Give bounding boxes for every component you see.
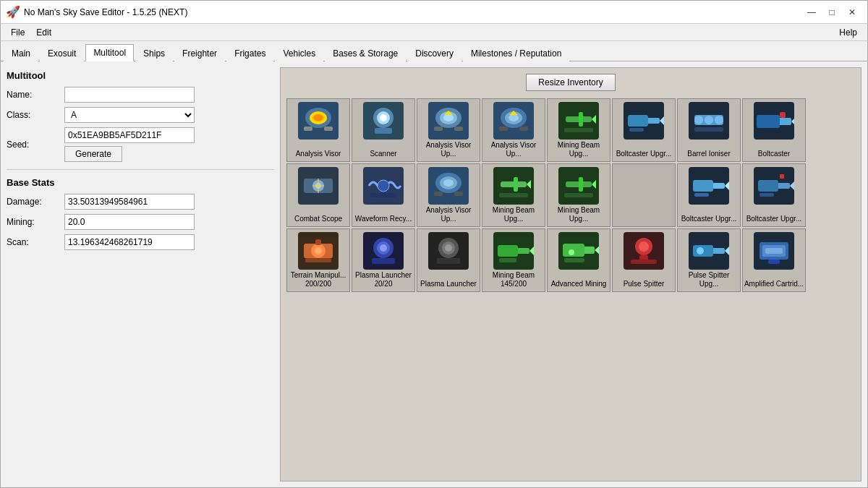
cell-analysis-visor-1[interactable]: Analysis Visor <box>286 98 350 162</box>
svg-point-9 <box>380 114 387 121</box>
svg-rect-32 <box>629 128 644 132</box>
cell-mining-beam-upg-1[interactable]: Mining Beam Upg... <box>547 98 610 162</box>
svg-rect-25 <box>579 112 583 127</box>
tab-discovery[interactable]: Discovery <box>407 45 461 61</box>
class-select[interactable]: A B C S <box>64 107 195 123</box>
section-multitool-title: Multitool <box>7 70 274 81</box>
tab-milestones[interactable]: Milestones / Reputation <box>463 45 569 61</box>
cell-label-analysis-visor-up-1: Analysis Visor Up... <box>418 141 479 158</box>
svg-point-109 <box>639 241 649 252</box>
cell-label-waveform-recycler: Waveform Recy... <box>355 215 412 223</box>
cell-mining-beam[interactable]: Mining Beam145/200 <box>482 228 545 292</box>
cell-combat-scope[interactable]: Combat Scope <box>286 163 350 227</box>
damage-input[interactable] <box>64 194 195 210</box>
tab-vehicles[interactable]: Vehicles <box>275 45 323 61</box>
cell-boltcaster-upg-1[interactable]: Boltcaster Upgr... <box>612 98 676 162</box>
tab-main[interactable]: Main <box>4 45 38 61</box>
cell-empty-1[interactable] <box>612 163 676 227</box>
svg-point-20 <box>509 114 519 121</box>
cell-label-barrel-ioniser: Barrel Ioniser <box>687 150 730 158</box>
svg-rect-10 <box>375 128 392 134</box>
cell-analysis-visor-up-3[interactable]: Analysis Visor Up... <box>417 163 480 227</box>
cell-label-mining-beam-upg-3: Mining Beam Upg... <box>548 206 609 223</box>
svg-point-14 <box>443 114 454 121</box>
tab-freighter[interactable]: Freighter <box>174 45 225 61</box>
left-panel: Multitool Name: Class: A B C S Seed: Gen… <box>7 67 274 481</box>
svg-rect-16 <box>454 127 463 131</box>
svg-rect-41 <box>757 115 780 128</box>
svg-rect-68 <box>564 193 593 197</box>
window-controls: — □ ✕ <box>802 4 861 20</box>
mining-label: Mining: <box>7 217 64 227</box>
cell-terrain-manipulator[interactable]: Terrain Manipul...200/200 <box>286 228 350 292</box>
resize-inventory-button[interactable]: Resize Inventory <box>526 74 615 91</box>
tab-exosuit[interactable]: Exosuit <box>40 45 84 61</box>
svg-point-89 <box>380 244 387 252</box>
cell-plasma-launcher-2[interactable]: Plasma Launcher <box>417 228 480 292</box>
name-row: Name: <box>7 87 274 103</box>
cell-barrel-ioniser[interactable]: Barrel Ioniser <box>677 98 741 162</box>
cell-plasma-launcher-1[interactable]: Plasma Launcher20/20 <box>352 228 415 292</box>
svg-point-35 <box>694 116 703 124</box>
damage-row: Damage: <box>7 194 274 210</box>
cell-waveform-recycler[interactable]: Waveform Recy... <box>352 163 415 227</box>
tab-bases-storage[interactable]: Bases & Storage <box>325 45 406 61</box>
cell-amplified-cartridge[interactable]: Amplified Cartrid... <box>742 228 806 292</box>
cell-label-boltcaster: Boltcaster <box>758 150 790 158</box>
tab-ships[interactable]: Ships <box>135 45 173 61</box>
seed-label: Seed: <box>7 140 64 150</box>
cell-boltcaster[interactable]: Boltcaster <box>742 98 806 162</box>
svg-point-37 <box>715 116 723 124</box>
svg-rect-27 <box>564 128 593 132</box>
cell-scanner[interactable]: Scanner <box>352 98 415 162</box>
seed-group: Generate <box>64 127 195 162</box>
scan-label: Scan: <box>7 237 64 247</box>
class-row: Class: A B C S <box>7 107 274 123</box>
cell-label-amplified-cartridge: Amplified Cartrid... <box>744 280 804 288</box>
mining-input[interactable] <box>64 214 195 230</box>
cell-label-pulse-spitter: Pulse Spitter <box>624 280 665 288</box>
svg-rect-5 <box>324 127 333 131</box>
cell-boltcaster-upg-3[interactable]: Boltcaster Upgr... <box>742 163 806 227</box>
svg-rect-71 <box>693 180 713 192</box>
svg-rect-84 <box>305 258 331 262</box>
cell-pulse-spitter-upg[interactable]: Pulse Spitter Upg... <box>677 228 741 292</box>
cell-pulse-spitter[interactable]: Pulse Spitter <box>612 228 676 292</box>
cell-analysis-visor-up-1[interactable]: Analysis Visor Up... <box>417 98 480 162</box>
inventory-row-3: Terrain Manipul...200/200 Plasma Launche… <box>286 228 855 292</box>
tab-frigates[interactable]: Frigates <box>226 45 273 61</box>
tab-bar: Main Exosuit Multitool Ships Freighter F… <box>1 41 867 61</box>
seed-input[interactable] <box>64 127 195 143</box>
close-button[interactable]: ✕ <box>843 4 861 20</box>
cell-analysis-visor-up-2[interactable]: Analysis Visor Up... <box>482 98 545 162</box>
cell-mining-beam-upg-3[interactable]: Mining Beam Upg... <box>547 163 610 227</box>
svg-point-3 <box>313 114 323 121</box>
cell-label-mining-beam: Mining Beam145/200 <box>493 271 535 288</box>
svg-rect-95 <box>437 258 460 264</box>
svg-rect-111 <box>631 260 657 264</box>
cell-boltcaster-upg-2[interactable]: Boltcaster Upgr... <box>677 163 741 227</box>
cell-label-boltcaster-upg-2: Boltcaster Upgr... <box>681 215 737 223</box>
name-label: Name: <box>7 90 64 100</box>
menu-help[interactable]: Help <box>833 26 863 39</box>
menu-edit[interactable]: Edit <box>30 26 57 39</box>
cell-label-analysis-visor-up-3: Analysis Visor Up... <box>418 206 479 223</box>
cell-advanced-mining[interactable]: Advanced Mining <box>547 228 610 292</box>
class-label: Class: <box>7 110 64 120</box>
cell-label-mining-beam-upg-1: Mining Beam Upg... <box>548 141 609 158</box>
cell-mining-beam-upg-2[interactable]: Mining Beam Upg... <box>482 163 545 227</box>
window-title: No Man's Sky Save Editor - 1.5.25 (NEXT) <box>24 7 802 17</box>
title-bar: 🚀 No Man's Sky Save Editor - 1.5.25 (NEX… <box>1 1 867 24</box>
menu-file[interactable]: File <box>5 26 30 39</box>
name-input[interactable] <box>64 87 195 103</box>
generate-button[interactable]: Generate <box>64 146 122 162</box>
tab-multitool[interactable]: Multitool <box>85 44 134 61</box>
scan-input[interactable] <box>64 234 195 250</box>
svg-rect-66 <box>579 177 583 192</box>
cell-label-plasma-launcher-2: Plasma Launcher <box>420 280 477 288</box>
cell-label-analysis-visor-up-2: Analysis Visor Up... <box>483 141 544 158</box>
damage-label: Damage: <box>7 197 64 207</box>
main-window: 🚀 No Man's Sky Save Editor - 1.5.25 (NEX… <box>0 0 868 488</box>
maximize-button[interactable]: □ <box>822 4 841 20</box>
minimize-button[interactable]: — <box>802 4 821 20</box>
